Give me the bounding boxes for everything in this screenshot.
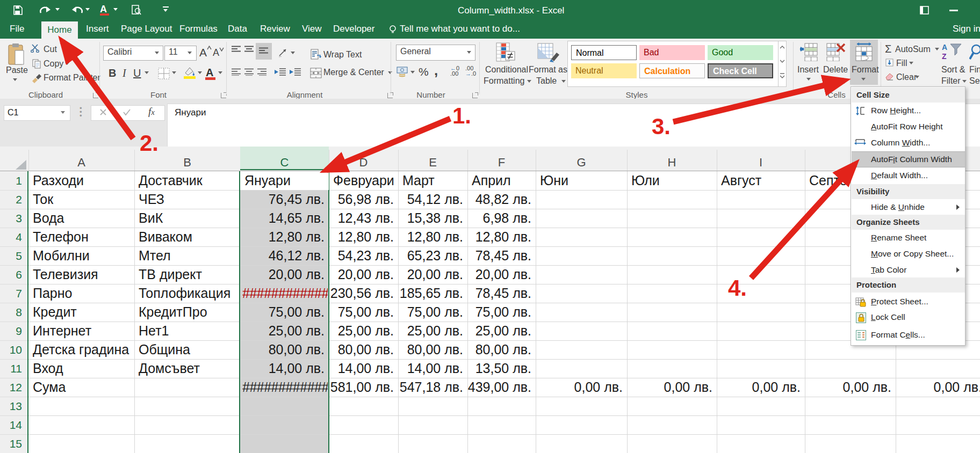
- svg-text:Z: Z: [942, 52, 947, 61]
- svg-text:A: A: [942, 43, 947, 52]
